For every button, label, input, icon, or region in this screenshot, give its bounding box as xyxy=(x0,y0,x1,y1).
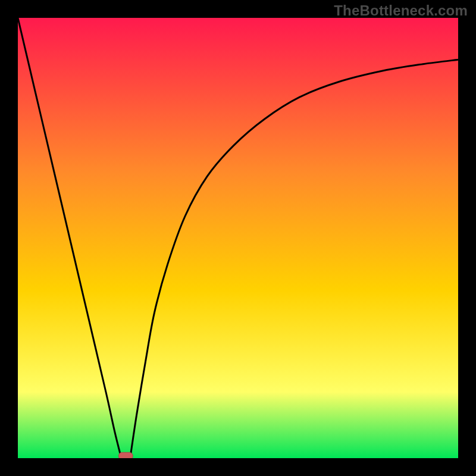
chart-frame: TheBottleneck.com xyxy=(0,0,476,476)
plot-area xyxy=(18,18,458,458)
chart-svg xyxy=(18,18,458,458)
gradient-background xyxy=(18,18,458,458)
marker-pill xyxy=(118,452,133,458)
watermark-text: TheBottleneck.com xyxy=(334,2,468,19)
